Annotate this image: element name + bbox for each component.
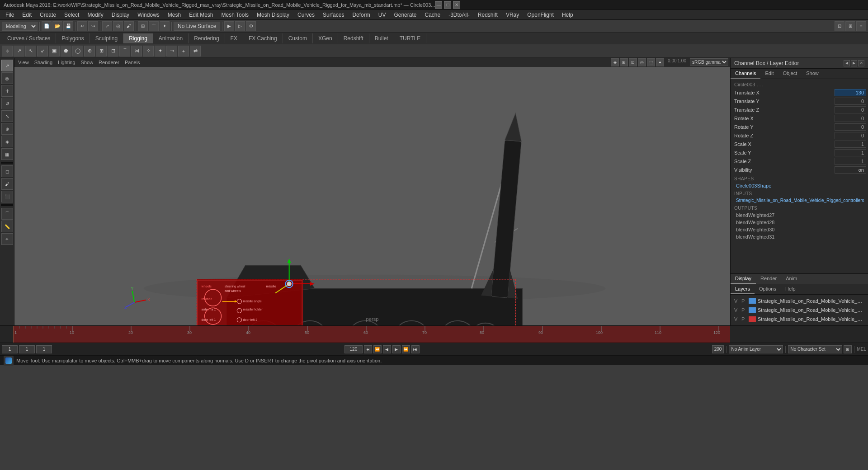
layer-p-3[interactable]: P <box>741 316 747 322</box>
select-tool[interactable]: ↗ <box>1 60 13 71</box>
tool-icon-arrow[interactable]: ⇌ <box>190 46 201 56</box>
translate-x-value[interactable]: 130 <box>835 89 866 96</box>
sculpt-tool[interactable]: ⬛ <box>1 191 13 202</box>
tool-icon-constraint[interactable]: ⊕ <box>84 46 95 56</box>
tool-icon-joint[interactable]: ⟡ <box>2 46 13 56</box>
layer-vis-1[interactable]: V <box>734 298 740 304</box>
input-ops-btn[interactable]: ⊡ <box>835 21 844 31</box>
tab-bullet[interactable]: Bullet <box>369 33 394 43</box>
menu-help[interactable]: Help <box>558 11 577 19</box>
menu-edit-mesh[interactable]: Edit Mesh <box>185 11 217 19</box>
vp-view[interactable]: View <box>16 60 31 65</box>
menu-surfaces[interactable]: Surfaces <box>319 11 348 19</box>
soft-mod[interactable]: ◈ <box>1 136 13 147</box>
open-file-btn[interactable]: 📂 <box>52 21 62 31</box>
play-back-frame[interactable]: ⏪ <box>373 345 382 353</box>
cb-tab-edit[interactable]: Edit <box>760 69 778 79</box>
vp-camera-btn[interactable]: ⊞ <box>620 58 628 66</box>
curve-tool[interactable]: ⌒ <box>1 208 13 220</box>
menu-windows[interactable]: Windows <box>134 11 163 19</box>
layers-sub-tab[interactable]: Layers <box>731 284 755 294</box>
char-set-icon[interactable]: ⊞ <box>844 345 852 353</box>
play-goto-end[interactable]: ⏭ <box>411 345 420 353</box>
render-btn[interactable]: ▶ <box>224 21 234 31</box>
panel-close[interactable]: ✕ <box>858 60 864 66</box>
tool-icon-drive[interactable]: ⊞ <box>96 46 107 56</box>
paint-select-tool[interactable]: ◎ <box>1 72 13 84</box>
paint-tool[interactable]: 🖌 <box>1 178 13 190</box>
menu-openflight[interactable]: OpenFlight <box>524 11 557 19</box>
menu-cache[interactable]: Cache <box>421 11 444 19</box>
paint-btn[interactable]: 🖌 <box>124 21 134 31</box>
output-bw28[interactable]: blendWeighted28 <box>732 219 866 226</box>
output-bw27[interactable]: blendWeighted27 <box>732 212 866 219</box>
vp-show[interactable]: Show <box>79 60 95 65</box>
tool-icon-wrap[interactable]: ⋈ <box>131 46 142 56</box>
tool-icon-cluster[interactable]: ✦ <box>155 46 165 56</box>
bt-display[interactable]: Display <box>731 274 756 284</box>
move-tool[interactable]: ✛ <box>1 85 13 97</box>
save-file-btn[interactable]: 💾 <box>63 21 73 31</box>
redo-btn[interactable]: ↪ <box>88 21 98 31</box>
maximize-button[interactable]: □ <box>444 1 451 9</box>
play-goto-start[interactable]: ⏮ <box>364 345 372 353</box>
snap-grid-btn[interactable]: ⊞ <box>138 21 148 31</box>
gamma-select[interactable]: sRGB gamma <box>690 58 728 66</box>
tool-icon-spline-ik[interactable]: ↖ <box>25 46 36 56</box>
tool-icon-ctrl[interactable]: ⊸ <box>166 46 177 56</box>
select-btn[interactable]: ↗ <box>102 21 112 31</box>
vp-shading[interactable]: Shading <box>33 60 54 65</box>
tab-redshift[interactable]: Redshift <box>338 33 369 43</box>
scale-tool[interactable]: ⤡ <box>1 110 13 122</box>
circle003shape[interactable]: Circle003Shape <box>732 182 866 189</box>
menu-uv[interactable]: UV <box>375 11 390 19</box>
cb-tab-show[interactable]: Show <box>802 69 823 79</box>
tool-icon-ik[interactable]: ↗ <box>14 46 24 56</box>
scene-viewport[interactable]: wheels steering wheel missile and wheels… <box>14 67 730 325</box>
vp-select-btn[interactable]: ◈ <box>611 58 619 66</box>
tool-icon-blend[interactable]: ✧ <box>143 46 154 56</box>
node-name[interactable]: Circle003 . . . <box>732 81 866 88</box>
char-set-select[interactable]: No Character Set <box>788 345 842 353</box>
show-manip[interactable]: ▦ <box>1 148 13 160</box>
menu-create[interactable]: Create <box>36 11 60 19</box>
layer-vis-3[interactable]: V <box>734 316 740 322</box>
translate-z-value[interactable]: 0 <box>835 106 866 113</box>
tool-icon-muscle[interactable]: ◯ <box>72 46 83 56</box>
tool-icon-plus[interactable]: + <box>178 46 189 56</box>
menu-file[interactable]: File <box>2 11 18 19</box>
layer-p-1[interactable]: P <box>741 298 747 304</box>
tab-xgen[interactable]: XGen <box>313 33 338 43</box>
layer-vis-2[interactable]: V <box>734 307 740 313</box>
panel-scroll-right[interactable]: ▶ <box>851 60 857 66</box>
tab-fx[interactable]: FX <box>225 33 243 43</box>
range-start-field[interactable]: 1 <box>2 345 18 353</box>
lasso-btn[interactable]: ◎ <box>113 21 123 31</box>
help-sub-tab[interactable]: Help <box>781 284 800 294</box>
menu-mesh-tools[interactable]: Mesh Tools <box>218 11 252 19</box>
layer-row-1[interactable]: V P Strategic_Missile_on_Road_Mobile_Veh… <box>732 296 866 306</box>
vp-lighting[interactable]: Lighting <box>56 60 77 65</box>
menu-vray[interactable]: VRay <box>502 11 523 19</box>
play-forward[interactable]: ▶ <box>392 345 401 353</box>
layer-row-3[interactable]: V P Strategic_Missile_on_Road_Mobile_Veh… <box>732 315 866 324</box>
translate-y-value[interactable]: 0 <box>835 98 866 105</box>
tab-rigging[interactable]: Rigging <box>123 33 153 43</box>
scale-y-value[interactable]: 1 <box>835 149 866 156</box>
layer-name-3[interactable]: Strategic_Missile_on_Road_Mobile_Vehicle… <box>758 316 864 322</box>
frame-tick-field[interactable]: 1 <box>36 345 52 353</box>
menu-select[interactable]: Select <box>61 11 83 19</box>
tab-rendering[interactable]: Rendering <box>189 33 225 43</box>
range-end-field[interactable]: 200 <box>712 345 724 353</box>
layer-name-2[interactable]: Strategic_Missile_on_Road_Mobile_Vehicle… <box>758 307 864 313</box>
output-bw30[interactable]: blendWeighted30 <box>732 226 866 233</box>
tab-polygons[interactable]: Polygons <box>56 33 90 43</box>
tab-fx-caching[interactable]: FX Caching <box>243 33 283 43</box>
tab-curves-surfaces[interactable]: Curves / Surfaces <box>2 33 56 43</box>
measure-tool[interactable]: 📏 <box>1 221 13 232</box>
new-file-btn[interactable]: 📄 <box>42 21 52 31</box>
bt-render[interactable]: Render <box>756 274 781 284</box>
rotate-z-value[interactable]: 0 <box>835 132 866 139</box>
menu-modify[interactable]: Modify <box>84 11 107 19</box>
menu-redshift[interactable]: Redshift <box>474 11 501 19</box>
